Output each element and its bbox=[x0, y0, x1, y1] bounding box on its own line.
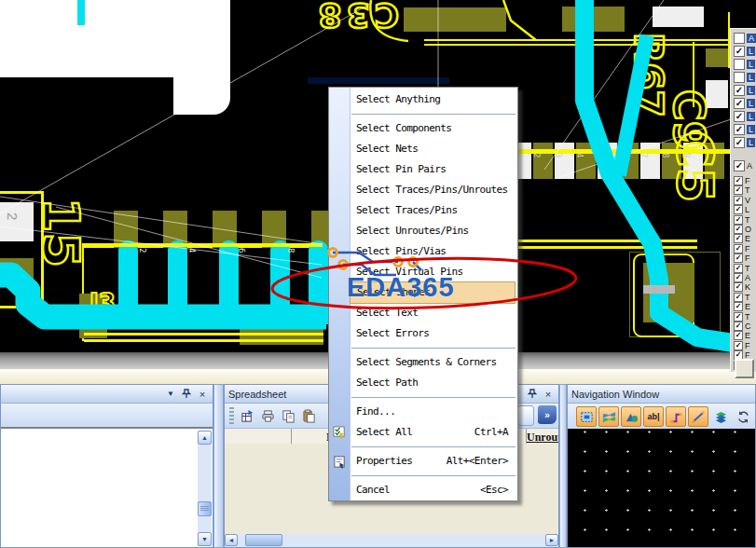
menu-item-select-pin-pairs[interactable]: Select Pin Pairs bbox=[350, 159, 517, 180]
checked-checkbox[interactable]: ✓ bbox=[734, 293, 743, 302]
checked-checkbox[interactable]: ✓ bbox=[734, 185, 743, 195]
menu-item-select-errors[interactable]: Select Errors bbox=[350, 323, 517, 344]
checked-checkbox[interactable]: ✓ bbox=[734, 98, 745, 109]
sheet-icon[interactable] bbox=[238, 406, 256, 425]
shapes-icon[interactable] bbox=[621, 406, 641, 427]
scroll-right-icon[interactable]: ► bbox=[545, 534, 558, 546]
toolbar-overflow-icon[interactable]: » bbox=[538, 405, 557, 424]
display-control-row[interactable]: ✓L bbox=[734, 111, 755, 122]
menu-item-select-unroutes-pins[interactable]: Select Unroutes/Pins bbox=[350, 221, 517, 241]
display-control-row[interactable]: ✓F bbox=[734, 176, 750, 185]
close-icon[interactable]: × bbox=[196, 388, 209, 400]
line-icon[interactable] bbox=[688, 406, 708, 427]
pin-icon[interactable] bbox=[180, 388, 193, 400]
checked-checkbox[interactable]: ✓ bbox=[734, 205, 743, 214]
unchecked-checkbox[interactable] bbox=[734, 59, 745, 70]
checked-checkbox[interactable]: ✓ bbox=[734, 253, 743, 263]
menu-item-select-traces-pins[interactable]: Select Traces/Pins bbox=[350, 200, 517, 221]
checked-checkbox[interactable]: ✓ bbox=[734, 302, 743, 311]
checked-checkbox[interactable]: ✓ bbox=[734, 176, 743, 185]
menu-item-select-virtual-pins[interactable]: Select Virtual Pins bbox=[350, 262, 517, 282]
display-control-row[interactable]: ✓T bbox=[734, 264, 750, 273]
checked-checkbox[interactable]: ✓ bbox=[734, 215, 743, 225]
menu-item-select-path[interactable]: Select Path bbox=[350, 373, 517, 393]
paste-icon[interactable] bbox=[299, 406, 318, 425]
display-control-row[interactable]: A bbox=[734, 33, 756, 44]
menu-item-select-segments-corners[interactable]: Select Segments & Corners bbox=[350, 352, 517, 373]
display-control-row[interactable]: ✓E bbox=[734, 331, 750, 340]
refresh-icon[interactable] bbox=[733, 406, 753, 427]
display-control-row[interactable]: ✓F bbox=[734, 253, 750, 263]
checked-checkbox[interactable]: ✓ bbox=[734, 124, 745, 135]
output-panel-titlebar[interactable]: ▼ × bbox=[1, 385, 213, 404]
display-control-row[interactable]: ✓A bbox=[734, 160, 752, 171]
menu-item-cancel[interactable]: Cancel<Esc> bbox=[350, 480, 517, 500]
chevron-down-icon[interactable]: ▼ bbox=[164, 388, 177, 400]
toolbar-grip[interactable] bbox=[229, 407, 234, 424]
navigation-titlebar[interactable]: Navigation Window bbox=[568, 385, 755, 404]
display-control-row[interactable]: ✓E bbox=[734, 234, 750, 243]
checked-checkbox[interactable]: ✓ bbox=[734, 137, 745, 148]
display-control-row[interactable]: ✓F bbox=[734, 244, 750, 253]
vertical-scrollbar[interactable]: ▲ ▼ bbox=[198, 431, 212, 546]
display-control-row[interactable]: ✓E bbox=[734, 302, 750, 311]
checked-checkbox[interactable]: ✓ bbox=[734, 341, 743, 350]
menu-item-select-anything[interactable]: Select Anything bbox=[350, 89, 517, 110]
marquee-select-icon[interactable] bbox=[576, 406, 597, 427]
layers-icon[interactable] bbox=[598, 406, 619, 427]
menu-item-select-pins-vias[interactable]: Select Pins/Vias bbox=[350, 241, 517, 262]
display-control-row[interactable]: ✓T bbox=[734, 185, 750, 195]
menu-item-properties[interactable]: PropertiesAlt+<Enter> bbox=[350, 451, 517, 472]
display-control-row[interactable]: ✓L bbox=[734, 205, 749, 214]
scroll-up-icon[interactable]: ▲ bbox=[198, 431, 212, 445]
scrollbar-thumb[interactable] bbox=[198, 501, 212, 516]
unchecked-checkbox[interactable] bbox=[734, 72, 745, 83]
navigation-viewport[interactable] bbox=[568, 429, 755, 547]
checked-checkbox[interactable]: ✓ bbox=[734, 244, 743, 253]
checked-checkbox[interactable]: ✓ bbox=[734, 312, 743, 322]
checked-checkbox[interactable]: ✓ bbox=[734, 282, 743, 292]
display-control-row[interactable]: ✓T bbox=[734, 312, 750, 322]
checked-checkbox[interactable]: ✓ bbox=[734, 85, 745, 96]
pin-icon[interactable] bbox=[526, 388, 539, 400]
text-tool-icon[interactable]: ab| bbox=[643, 406, 664, 427]
unchecked-checkbox[interactable] bbox=[734, 33, 745, 44]
scrollbar-thumb[interactable] bbox=[245, 534, 282, 546]
menu-item-select-all[interactable]: Select AllCtrl+A bbox=[350, 422, 517, 443]
display-control-row[interactable]: ✓L bbox=[734, 85, 755, 96]
checked-checkbox[interactable]: ✓ bbox=[734, 225, 743, 234]
display-control-row[interactable]: L bbox=[734, 59, 755, 70]
panel-splitter[interactable] bbox=[559, 384, 567, 548]
checked-checkbox[interactable]: ✓ bbox=[734, 234, 743, 243]
menu-item-select-shapes[interactable]: Select Shapes bbox=[351, 282, 515, 303]
display-control-row[interactable]: ✓V bbox=[734, 196, 750, 205]
display-control-row[interactable]: ✓F bbox=[734, 341, 750, 350]
printer-icon[interactable] bbox=[258, 406, 277, 425]
display-control-row[interactable]: ✓C bbox=[734, 322, 751, 331]
display-control-row[interactable]: ✓L bbox=[734, 124, 755, 135]
horizontal-scrollbar[interactable]: ◄ ► bbox=[225, 534, 558, 547]
display-control-row[interactable]: ✓L bbox=[734, 46, 755, 57]
display-control-row[interactable]: L bbox=[734, 72, 755, 83]
checked-checkbox[interactable]: ✓ bbox=[734, 196, 743, 205]
checked-checkbox[interactable]: ✓ bbox=[734, 160, 745, 171]
display-control-row[interactable]: ✓L bbox=[734, 98, 755, 109]
copy-icon[interactable] bbox=[279, 406, 297, 425]
checked-checkbox[interactable]: ✓ bbox=[734, 322, 743, 331]
display-control-row[interactable]: ✓K bbox=[734, 282, 750, 292]
menu-item-select-traces-pins-unroutes[interactable]: Select Traces/Pins/Unroutes bbox=[350, 180, 517, 200]
menu-item-select-nets[interactable]: Select Nets bbox=[350, 139, 517, 159]
display-control-row[interactable]: ✓A bbox=[734, 273, 750, 282]
display-control-row[interactable]: ✓O bbox=[734, 225, 751, 234]
toolbar-button-partial[interactable] bbox=[517, 405, 534, 426]
close-icon[interactable]: × bbox=[542, 388, 555, 400]
checked-checkbox[interactable]: ✓ bbox=[734, 111, 745, 122]
layer-stack-icon[interactable] bbox=[710, 406, 731, 427]
menu-item-select-components[interactable]: Select Components bbox=[350, 118, 517, 139]
checked-checkbox[interactable]: ✓ bbox=[734, 331, 743, 340]
display-control-row[interactable]: ✓T bbox=[734, 293, 750, 302]
panel-splitter[interactable] bbox=[213, 384, 224, 548]
checked-checkbox[interactable]: ✓ bbox=[734, 273, 743, 282]
display-control-row[interactable]: ✓L bbox=[734, 137, 755, 148]
checked-checkbox[interactable]: ✓ bbox=[734, 46, 745, 57]
